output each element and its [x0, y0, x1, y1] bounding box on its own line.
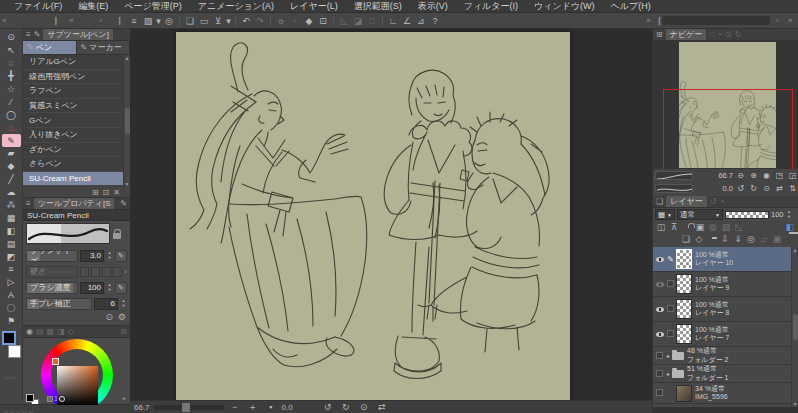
brush-size-value[interactable]: 3.0: [80, 250, 104, 262]
undo-icon[interactable]: ↶: [239, 16, 253, 26]
merge-with-lower-icon[interactable]: ⇓: [732, 234, 744, 244]
nav-flip-horizontal-icon[interactable]: ⇄: [774, 184, 785, 193]
layer-folder-row[interactable]: ▸ 51 %通常フォルダー 1: [653, 365, 791, 383]
save-icon[interactable]: ⊻: [211, 16, 225, 26]
panel-collapse-icon-2[interactable]: «: [69, 16, 73, 25]
navigator-title[interactable]: ナビゲー: [666, 29, 707, 40]
menu-filter[interactable]: フィルター(I): [456, 0, 526, 13]
airbrush-tool[interactable]: ☁: [2, 186, 21, 199]
enable-mask-icon[interactable]: ◍: [707, 222, 719, 232]
information-tab-icon[interactable]: ⊙: [725, 30, 732, 39]
visibility-eye-icon[interactable]: [656, 257, 664, 262]
lock-transparent-icon[interactable]: ▣: [694, 222, 706, 232]
subtool-item[interactable]: リアルGペン: [23, 55, 130, 70]
flip-view-icon[interactable]: ⇄: [375, 402, 389, 412]
layer-thumbnail[interactable]: [676, 299, 692, 319]
layer-search-tab-icon[interactable]: ◔: [719, 197, 724, 206]
nav-rotate-left-icon[interactable]: ↺: [735, 184, 746, 193]
menu-selection[interactable]: 選択範囲(S): [346, 0, 410, 13]
clip-at-layer-icon[interactable]: ◫: [655, 222, 667, 232]
main-color-swatch[interactable]: [26, 394, 34, 402]
brush-density-slider[interactable]: ブラシ濃度: [26, 282, 78, 294]
stabilization-slider[interactable]: 手ブレ補正: [26, 298, 92, 310]
color-set-tab-icon[interactable]: ▦: [47, 327, 55, 336]
edit-target-box[interactable]: [667, 330, 674, 337]
edit-target-box[interactable]: [667, 280, 674, 287]
expand-selection-icon[interactable]: ⊡: [316, 16, 330, 26]
edit-target-box[interactable]: [667, 305, 674, 312]
new-raster-layer-icon[interactable]: ❏: [680, 234, 692, 244]
panel-divider-2[interactable]: ❙: [116, 16, 123, 25]
ruler-snap-icon-3[interactable]: □: [365, 16, 379, 26]
import-subtool-icon[interactable]: ⊞: [92, 188, 99, 197]
move-tool[interactable]: ╋: [2, 70, 21, 83]
layer-opacity-slider[interactable]: [725, 211, 769, 219]
brush-size-slider[interactable]: ブラシサイズ: [26, 250, 78, 262]
text-tool[interactable]: A: [2, 289, 21, 302]
layer-panel-icon[interactable]: ❏: [656, 197, 663, 206]
layer-property-tab-icon[interactable]: ↺: [710, 197, 717, 206]
screen-settings-icon[interactable]: ◎: [162, 16, 176, 26]
polyline-tool[interactable]: ▷: [2, 276, 21, 289]
snap-special-ruler-icon[interactable]: ∠: [400, 16, 414, 26]
nav-flip-vertical-icon[interactable]: ⇅: [787, 184, 798, 193]
tab-marker[interactable]: ✎ マーカー: [77, 41, 131, 54]
history-tab-icon[interactable]: ↻: [735, 30, 742, 39]
gradient-square-tool[interactable]: ◩: [2, 250, 21, 263]
blend-tool[interactable]: ⁂: [2, 199, 21, 212]
color-wheel-tab-icon[interactable]: ◉: [26, 327, 33, 336]
subtool-item[interactable]: ラフペン: [23, 84, 130, 99]
subtool-item-selected[interactable]: SU-Cream Pencil: [23, 172, 130, 187]
menu-animation[interactable]: アニメーション(A): [190, 0, 282, 13]
sv-marker[interactable]: [59, 396, 65, 402]
visibility-eye-icon[interactable]: [656, 307, 664, 312]
expand-folder-icon[interactable]: ▸: [665, 370, 672, 377]
eraser-tool[interactable]: ▰: [2, 147, 21, 160]
tool-switch-icon[interactable]: ▨: [141, 16, 155, 26]
item-bank-tab-icon[interactable]: ◔: [717, 30, 722, 39]
subtool-item[interactable]: さらペン: [23, 157, 130, 172]
menu-view[interactable]: 表示(V): [410, 0, 456, 13]
stroke-preview[interactable]: [26, 223, 110, 244]
hardness-segment[interactable]: [91, 267, 100, 277]
eyedropper-tool[interactable]: ∕: [2, 95, 21, 108]
blend-mode-dropdown[interactable]: 通常▼: [677, 209, 723, 220]
decoration-tool[interactable]: ♨: [2, 121, 21, 134]
nav-rotate-right-icon[interactable]: ↻: [748, 184, 759, 193]
gradient-tool[interactable]: ▤: [2, 237, 21, 250]
brush-size-stepper[interactable]: ▲▼: [106, 251, 113, 260]
menu-file[interactable]: ファイル(F): [6, 0, 70, 13]
chevron-down-icon[interactable]: ▾: [155, 16, 162, 26]
nav-reset-rotation-icon[interactable]: ⊙: [761, 184, 772, 193]
pattern-tool[interactable]: ▦: [2, 211, 21, 224]
color-panel-menu-icon[interactable]: ⊞: [120, 327, 127, 336]
layer-row[interactable]: 100 %通常レイヤー 8: [653, 297, 791, 322]
hardness-segment[interactable]: [102, 267, 111, 277]
cmdbar-scrollbar[interactable]: [662, 16, 770, 25]
menu-help[interactable]: ヘルプ(H): [603, 0, 659, 13]
layer-scrollbar[interactable]: ▲▼: [791, 247, 798, 407]
hardness-expand-icon[interactable]: ›: [124, 267, 127, 276]
rotation-curve-widget[interactable]: [655, 184, 693, 193]
deselect-icon[interactable]: ☼: [274, 16, 288, 26]
hue-marker[interactable]: [52, 358, 59, 365]
selection-area-tool[interactable]: ◌: [2, 57, 21, 70]
brush-tool[interactable]: ╱: [2, 173, 21, 186]
delete-subtool-icon[interactable]: ✕: [113, 188, 120, 197]
cmdbar-scroll-right-icon[interactable]: ›: [776, 16, 779, 25]
palette-color-dropdown[interactable]: ▦▼: [655, 209, 675, 220]
background-color-swatch[interactable]: [8, 345, 21, 358]
subtool-panel-title[interactable]: サブツール[ペン]: [43, 29, 113, 40]
zoom-fit-icon[interactable]: ▪: [264, 402, 278, 412]
panel-menu-icon[interactable]: ≡: [26, 30, 31, 39]
visibility-eye-icon[interactable]: [656, 332, 664, 337]
subtool-item[interactable]: Gペン: [23, 113, 130, 128]
nav-zoom-100-icon[interactable]: ◉: [761, 171, 772, 180]
menu-layer[interactable]: レイヤー(L): [282, 0, 346, 13]
extract-line-icon[interactable]: ◺: [733, 222, 745, 232]
color-mixing-tab-icon[interactable]: ◨: [57, 327, 65, 336]
canvas-zoom-slider[interactable]: [154, 405, 224, 410]
layer-panel-title[interactable]: レイヤー: [666, 196, 707, 207]
lock-icon[interactable]: [113, 233, 121, 239]
reselect-icon[interactable]: ▫: [288, 16, 302, 26]
